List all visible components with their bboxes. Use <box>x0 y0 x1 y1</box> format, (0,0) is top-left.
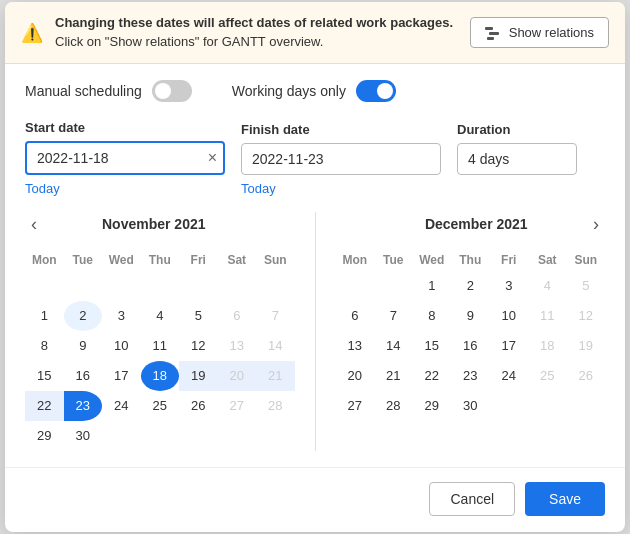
calendar-day[interactable]: 14 <box>374 331 413 361</box>
calendar-day[interactable]: 10 <box>490 301 529 331</box>
calendar-day[interactable]: 7 <box>374 301 413 331</box>
calendar-day[interactable]: 16 <box>64 361 103 391</box>
calendar-day[interactable]: 13 <box>218 331 257 361</box>
calendar-day[interactable]: 10 <box>102 331 141 361</box>
calendar-day[interactable]: 26 <box>567 361 606 391</box>
calendar-day[interactable]: 14 <box>256 331 295 361</box>
calendar-day[interactable]: 21 <box>374 361 413 391</box>
calendar-day[interactable]: 4 <box>141 301 180 331</box>
calendar-day[interactable]: 7 <box>256 301 295 331</box>
calendar-day[interactable]: 21 <box>256 361 295 391</box>
calendar-day[interactable]: 3 <box>102 301 141 331</box>
calendar-day[interactable]: 27 <box>218 391 257 421</box>
calendar-day[interactable]: 11 <box>141 331 180 361</box>
calendar-day[interactable]: 9 <box>451 301 490 331</box>
calendar-day[interactable]: 12 <box>567 301 606 331</box>
calendar-day[interactable]: 18 <box>141 361 180 391</box>
calendar-day[interactable]: 29 <box>25 421 64 451</box>
calendar-day[interactable]: 15 <box>25 361 64 391</box>
manual-scheduling-option: Manual scheduling <box>25 80 192 102</box>
calendar-day[interactable]: 19 <box>179 361 218 391</box>
dialog-footer: Cancel Save <box>5 467 625 532</box>
show-relations-button[interactable]: Show relations <box>470 17 609 48</box>
col-mon: Mon <box>336 249 375 271</box>
finish-date-group: Finish date <box>241 122 441 175</box>
calendar-day[interactable]: 28 <box>374 391 413 421</box>
duration-input[interactable] <box>457 143 577 175</box>
calendar-day[interactable]: 9 <box>64 331 103 361</box>
calendar-day[interactable]: 26 <box>179 391 218 421</box>
calendar-day[interactable]: 17 <box>102 361 141 391</box>
start-today-link[interactable]: Today <box>25 181 60 196</box>
gantt-icon <box>485 26 503 40</box>
calendar-day[interactable]: 2 <box>451 271 490 301</box>
calendar-day[interactable]: 29 <box>413 391 452 421</box>
calendar-day[interactable]: 20 <box>336 361 375 391</box>
calendar-day[interactable]: 5 <box>567 271 606 301</box>
calendar-day[interactable]: 2 <box>64 301 103 331</box>
calendar-day <box>102 271 141 301</box>
col-mon: Mon <box>25 249 64 271</box>
calendar-day[interactable]: 1 <box>413 271 452 301</box>
save-button[interactable]: Save <box>525 482 605 516</box>
options-row: Manual scheduling Working days only <box>25 80 605 102</box>
calendar-day[interactable]: 23 <box>451 361 490 391</box>
calendar-day[interactable]: 8 <box>25 331 64 361</box>
col-fri: Fri <box>490 249 529 271</box>
calendar-day[interactable]: 12 <box>179 331 218 361</box>
finish-today-link[interactable]: Today <box>241 181 276 196</box>
calendar-day[interactable]: 5 <box>179 301 218 331</box>
start-date-input[interactable] <box>25 141 225 175</box>
calendar-day[interactable]: 3 <box>490 271 529 301</box>
calendar-day[interactable]: 30 <box>451 391 490 421</box>
calendar-day[interactable]: 19 <box>567 331 606 361</box>
calendar-day[interactable]: 4 <box>528 271 567 301</box>
finish-date-input[interactable] <box>241 143 441 175</box>
calendar-day[interactable]: 24 <box>490 361 529 391</box>
calendar-day[interactable]: 11 <box>528 301 567 331</box>
calendar-day[interactable]: 6 <box>336 301 375 331</box>
calendar-day[interactable]: 22 <box>413 361 452 391</box>
calendar-divider <box>315 212 316 451</box>
calendar-day[interactable]: 16 <box>451 331 490 361</box>
finish-date-input-wrap <box>241 143 441 175</box>
dec-calendar-header: December 2021 › <box>336 212 606 237</box>
working-days-toggle[interactable] <box>356 80 396 102</box>
calendar-day[interactable]: 8 <box>413 301 452 331</box>
prev-month-button[interactable]: ‹ <box>25 212 43 237</box>
calendar-day <box>179 271 218 301</box>
show-relations-label: Show relations <box>509 25 594 40</box>
svg-rect-0 <box>485 27 493 30</box>
calendar-day[interactable]: 13 <box>336 331 375 361</box>
calendar-day[interactable]: 28 <box>256 391 295 421</box>
cancel-button[interactable]: Cancel <box>429 482 515 516</box>
next-month-button[interactable]: › <box>587 212 605 237</box>
calendar-day <box>25 271 64 301</box>
calendar-day <box>64 271 103 301</box>
calendar-day[interactable]: 15 <box>413 331 452 361</box>
col-sat: Sat <box>528 249 567 271</box>
calendar-day <box>528 391 567 421</box>
svg-rect-2 <box>487 37 494 40</box>
calendar-day[interactable]: 23 <box>64 391 103 421</box>
calendar-day[interactable]: 1 <box>25 301 64 331</box>
calendar-day <box>141 271 180 301</box>
calendar-day[interactable]: 27 <box>336 391 375 421</box>
manual-scheduling-toggle[interactable] <box>152 80 192 102</box>
calendar-day[interactable]: 30 <box>64 421 103 451</box>
calendar-november: ‹ November 2021 Mon Tue Wed Thu Fri Sat <box>25 212 295 451</box>
calendar-day[interactable]: 25 <box>528 361 567 391</box>
working-days-option: Working days only <box>232 80 396 102</box>
date-fields-row: Start date × Finish date Duration <box>25 120 605 175</box>
calendar-day[interactable]: 22 <box>25 391 64 421</box>
calendar-day[interactable]: 17 <box>490 331 529 361</box>
nov-calendar-header: ‹ November 2021 <box>25 212 295 237</box>
calendar-day[interactable]: 25 <box>141 391 180 421</box>
calendar-day[interactable]: 20 <box>218 361 257 391</box>
calendar-day[interactable]: 18 <box>528 331 567 361</box>
start-date-clear-button[interactable]: × <box>208 150 217 166</box>
calendar-day[interactable]: 6 <box>218 301 257 331</box>
calendar-day[interactable]: 24 <box>102 391 141 421</box>
warning-icon: ⚠️ <box>21 22 43 44</box>
duration-group: Duration <box>457 122 577 175</box>
